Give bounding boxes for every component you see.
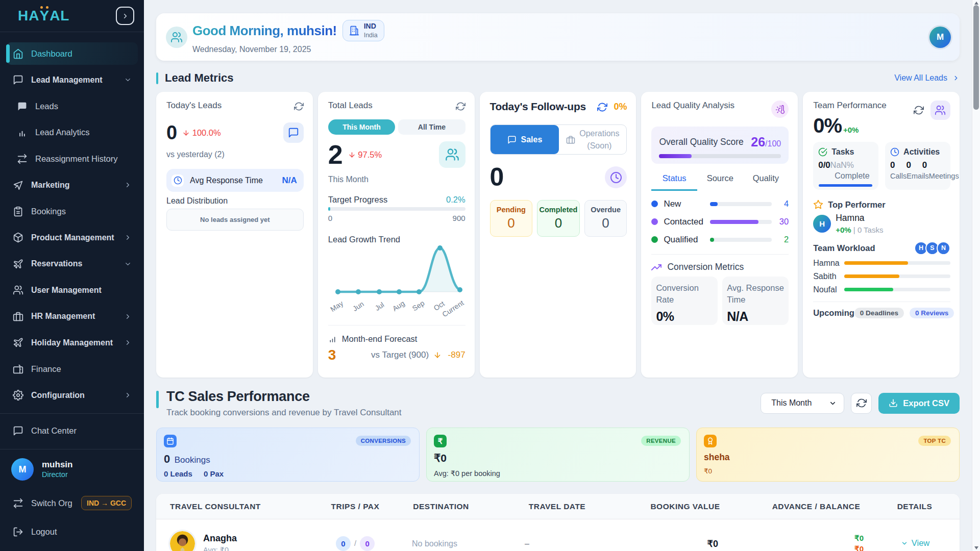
svg-text:Sep: Sep — [411, 298, 426, 312]
svg-text:May: May — [329, 299, 345, 313]
svg-text:Current: Current — [440, 298, 465, 318]
svg-text:Aug: Aug — [391, 299, 406, 313]
svg-text:Jun: Jun — [351, 299, 365, 313]
svg-text:Jul: Jul — [373, 300, 385, 312]
